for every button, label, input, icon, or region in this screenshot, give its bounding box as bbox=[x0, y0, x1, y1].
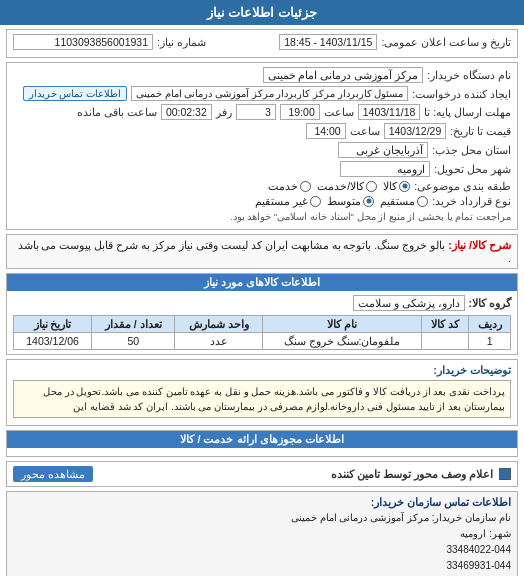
name-label: نام دستگاه خریدار: bbox=[427, 69, 511, 81]
radio-khedmat-circle bbox=[300, 181, 311, 192]
th-date: تاریخ نیاز bbox=[14, 316, 92, 333]
radio-mostaghim[interactable]: مستقیم bbox=[380, 195, 428, 207]
radio-kala-khedmat-label: کالا/خدمت bbox=[317, 180, 364, 192]
radio-khedmat-label: خدمت bbox=[268, 180, 298, 192]
date-label: تاریخ و ساعت اعلان عمومی: bbox=[381, 36, 511, 48]
radio-gheyr-circle bbox=[310, 196, 321, 207]
catalog-table: ردیف کد کالا نام کالا واحد شمارش تعداد /… bbox=[13, 315, 511, 350]
radio-gheyr[interactable]: غیر مستقیم bbox=[255, 195, 321, 207]
table-cell-name: ملفومان:سنگ خروج سنگ bbox=[262, 333, 421, 350]
group-label: گروه کالا: bbox=[469, 297, 511, 309]
buyer-address: 33484022-044 bbox=[13, 542, 511, 558]
radio-kala-khedmat-circle bbox=[366, 181, 377, 192]
buyer-org-name-label: نام سازمان خریدار: bbox=[432, 512, 511, 523]
city-value: ارومیه bbox=[340, 161, 430, 177]
table-row: 1ملفومان:سنگ خروج سنگعدد501403/12/06 bbox=[14, 333, 511, 350]
keyword-title: شرح کالا/ نیاز: bbox=[448, 239, 511, 251]
deadline-from-date: 1403/11/18 bbox=[358, 104, 421, 120]
deadline-row1: مهلت ارسال پایه: تا 1403/11/18 ساعت 19:0… bbox=[13, 104, 511, 120]
radio-kala-label: کالا bbox=[383, 180, 397, 192]
group-row: گروه کالا: دارو، پزشکی و سلامت bbox=[13, 295, 511, 311]
services-section: اطلاعات مجوزهای ارائه خدمت / کالا bbox=[6, 430, 518, 457]
buyer-contact-col: اطلاعات تماس سازمان خریدار: نام سازمان خ… bbox=[13, 496, 511, 576]
id-label: شماره نیاز: bbox=[157, 36, 206, 48]
radio-khedmat[interactable]: خدمت bbox=[268, 180, 311, 192]
radio-gheyr-label: غیر مستقیم bbox=[255, 195, 308, 207]
place-value: مسئول کاربردار مرکز کاربردار مرکز آموزشی… bbox=[131, 86, 408, 101]
top-info-row: تاریخ و ساعت اعلان عمومی: 1403/11/15 - 1… bbox=[13, 34, 511, 50]
declare-section: اعلام وصف محور توسط تامین کننده مشاهده م… bbox=[6, 461, 518, 487]
declare-checkbox[interactable] bbox=[499, 468, 511, 480]
buyer-org-name-value: مرکز آموزشی درمانی امام خمینی bbox=[291, 512, 429, 523]
deadline-from-time: 19:00 bbox=[280, 104, 320, 120]
province-value: آذربایجان غربی bbox=[338, 142, 428, 158]
radio-kala-khedmat[interactable]: کالا/خدمت bbox=[317, 180, 377, 192]
date-value: 1403/11/15 - 18:45 bbox=[279, 34, 377, 50]
th-unit: واحد شمارش bbox=[175, 316, 262, 333]
radio-kala-circle bbox=[399, 181, 410, 192]
header-title: جزئیات اطلاعات نیاز bbox=[207, 5, 317, 20]
purchase-type-group: کالا کالا/خدمت خدمت bbox=[268, 180, 410, 192]
radio-mostaghim-label: مستقیم bbox=[380, 195, 415, 207]
buyer-postal2: 33469931-044 bbox=[13, 558, 511, 574]
buyer-org-label: نام سازمان خریدار: مرکز آموزشی درمانی ام… bbox=[13, 510, 511, 526]
catalog-section: اطلاعات کالاهای مورد نیاز گروه کالا: دار… bbox=[6, 273, 518, 355]
radio-mostaghim-circle bbox=[417, 196, 428, 207]
time-label: ساعت bbox=[324, 106, 354, 118]
table-header-row: ردیف کد کالا نام کالا واحد شمارش تعداد /… bbox=[14, 316, 511, 333]
contact-badge[interactable]: اطلاعات تماس خریدار bbox=[23, 86, 128, 101]
place-row: ایجاد کننده درخواست: مسئول کاربردار مرکز… bbox=[13, 86, 511, 101]
buyer-contact-section: اطلاعات تماس سازمان خریدار: نام سازمان خ… bbox=[6, 491, 518, 576]
buyer-contact-row: اطلاعات تماس سازمان خریدار: نام سازمان خ… bbox=[13, 496, 511, 576]
id-value: 1103093856001931 bbox=[13, 34, 153, 50]
deadline-to-date: 1403/12/29 bbox=[384, 123, 447, 139]
deadline-to-time: 14:00 bbox=[306, 123, 346, 139]
buyer-contact-title: اطلاعات تماس سازمان خریدار: bbox=[13, 496, 511, 508]
table-cell-row: 1 bbox=[469, 333, 511, 350]
type-row: طبقه بندی موضوعی: کالا کالا/خدمت خدمت bbox=[13, 180, 511, 192]
declare-title: اعلام وصف محور توسط تامین کننده bbox=[331, 468, 493, 480]
radio-motavasset[interactable]: متوسط bbox=[327, 195, 374, 207]
topic-label: طبقه بندی موضوعی: bbox=[414, 180, 511, 192]
table-cell-code bbox=[422, 333, 469, 350]
remains-label: ساعت باقی مانده bbox=[77, 106, 157, 118]
buyer-province: شهر: ارومیه bbox=[13, 526, 511, 542]
name-value: مرکز آموزشی درمانی امام خمینی bbox=[263, 67, 424, 83]
city-label: شهر محل تحویل: bbox=[434, 163, 511, 175]
keyword-text: بالو خروج سنگ. باتوجه به مشابهت ایران کد… bbox=[18, 239, 511, 264]
table-cell-qty: 50 bbox=[92, 333, 175, 350]
deadline-to-label: قیمت تا تاریخ: bbox=[450, 125, 511, 137]
deadline-row2: قیمت تا تاریخ: 1403/12/29 ساعت 14:00 bbox=[13, 123, 511, 139]
deadline-rows: 3 bbox=[236, 104, 276, 120]
services-title: اطلاعات مجوزهای ارائه خدمت / کالا bbox=[7, 431, 517, 448]
page-header: جزئیات اطلاعات نیاز bbox=[0, 0, 524, 25]
main-info-section: نام دستگاه خریدار: مرکز آموزشی درمانی ام… bbox=[6, 62, 518, 230]
view-button[interactable]: مشاهده محور bbox=[13, 466, 93, 482]
catalog-title: اطلاعات کالاهای مورد نیاز bbox=[7, 274, 517, 291]
notes-title: توضیحات خریدار: bbox=[433, 364, 511, 376]
th-row: ردیف bbox=[469, 316, 511, 333]
notes-text: پرداخت نقدی بعد از دریافت کالا و فاکتور … bbox=[13, 380, 511, 418]
radio-motavasset-circle bbox=[363, 196, 374, 207]
purchase-type-label: نوع قرارداد خرید: bbox=[432, 195, 511, 207]
deadline-from-label: مهلت ارسال پایه: تا bbox=[424, 106, 511, 118]
contract-row: نوع قرارداد خرید: مستقیم متوسط غیر مستقی… bbox=[13, 195, 511, 222]
declare-row: اعلام وصف محور توسط تامین کننده مشاهده م… bbox=[13, 466, 511, 482]
contract-note: مراجعت تمام یا بخشی از منبع از محل "اسنا… bbox=[230, 211, 511, 222]
notes-section: توضیحات خریدار: پرداخت نقدی بعد از دریاف… bbox=[6, 359, 518, 426]
contract-type-group: مستقیم متوسط غیر مستقیم bbox=[255, 195, 428, 207]
radio-kala[interactable]: کالا bbox=[383, 180, 410, 192]
name-row: نام دستگاه خریدار: مرکز آموزشی درمانی ام… bbox=[13, 67, 511, 83]
buyer-postal1: 33484022-044 bbox=[446, 544, 511, 555]
row-label: رفر bbox=[216, 106, 232, 118]
deadline-time2: 00:02:32 bbox=[161, 104, 212, 120]
th-qty: تعداد / مقدار bbox=[92, 316, 175, 333]
radio-motavasset-label: متوسط bbox=[327, 195, 361, 207]
th-name: نام کالا bbox=[262, 316, 421, 333]
keyword-section: شرح کالا/ نیاز: بالو خروج سنگ. باتوجه به… bbox=[6, 234, 518, 269]
table-cell-date: 1403/12/06 bbox=[14, 333, 92, 350]
place-label: ایجاد کننده درخواست: bbox=[412, 88, 511, 100]
th-code: کد کالا bbox=[422, 316, 469, 333]
group-value: دارو، پزشکی و سلامت bbox=[353, 295, 465, 311]
table-cell-unit: عدد bbox=[175, 333, 262, 350]
